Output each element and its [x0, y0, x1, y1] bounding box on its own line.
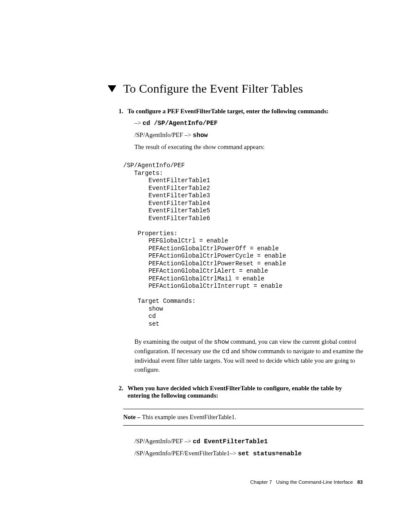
step-title: To configure a PEF EventFilterTable targ…: [128, 108, 329, 115]
inline-code: show: [214, 339, 229, 345]
command-line-4: /SP/AgentInfo/PEF/EventFilterTable1–> se…: [134, 449, 364, 458]
result-intro-line: The result of executing the show command…: [134, 143, 364, 152]
page-footer: Chapter 7 Using the Command-Line Interfa…: [250, 479, 363, 485]
section-heading-row: To Configure the Event Filter Tables: [108, 82, 364, 96]
step-title: When you have decided which EventFilterT…: [128, 385, 364, 399]
footer-title: Using the Command-Line Interface: [276, 479, 353, 485]
note-text: This example uses EventFilterTable1.: [142, 414, 237, 420]
command-text: cd EventFilterTable1: [193, 438, 268, 445]
inline-code: cd: [222, 348, 229, 355]
command-text: set status=enable: [238, 450, 302, 457]
footer-chapter: Chapter 7: [250, 479, 272, 485]
section-title: To Configure the Event Filter Tables: [123, 82, 303, 96]
step-number: 1.: [117, 108, 123, 115]
prompt-text: –>: [134, 119, 143, 126]
step-1: 1. To configure a PEF EventFilterTable t…: [117, 108, 364, 152]
footer-page-number: 83: [357, 479, 363, 485]
step-number: 2.: [117, 385, 123, 399]
command-output-block: /SP/AgentInfo/PEF Targets: EventFilterTa…: [123, 162, 364, 328]
step-2-header: 2. When you have decided which EventFilt…: [117, 385, 364, 399]
note-label: Note –: [123, 414, 142, 420]
inline-code: show: [242, 348, 257, 355]
explanation-paragraph: By examining the output of the show comm…: [134, 337, 364, 374]
post-note-commands: /SP/AgentInfo/PEF –> cd EventFilterTable…: [134, 437, 364, 458]
step-1-header: 1. To configure a PEF EventFilterTable t…: [117, 108, 364, 115]
text-fragment: and: [229, 348, 241, 355]
prompt-text: /SP/AgentInfo/PEF –>: [134, 131, 193, 138]
prompt-text: /SP/AgentInfo/PEF –>: [134, 438, 193, 445]
note-box: Note – This example uses EventFilterTabl…: [123, 409, 364, 426]
down-triangle-icon: [108, 85, 116, 92]
command-line-1: –> cd /SP/AgentInfo/PEF: [134, 118, 364, 128]
ordered-steps: 1. To configure a PEF EventFilterTable t…: [117, 108, 364, 458]
prompt-text: /SP/AgentInfo/PEF/EventFilterTable1–>: [134, 450, 238, 457]
command-line-2: /SP/AgentInfo/PEF –> show: [134, 131, 364, 140]
step-2: 2. When you have decided which EventFilt…: [117, 385, 364, 399]
command-text: cd /SP/AgentInfo/PEF: [143, 120, 218, 127]
step-1-body: –> cd /SP/AgentInfo/PEF /SP/AgentInfo/PE…: [134, 118, 364, 152]
command-line-3: /SP/AgentInfo/PEF –> cd EventFilterTable…: [134, 437, 364, 446]
page-content: To Configure the Event Filter Tables 1. …: [108, 82, 364, 461]
command-text: show: [193, 132, 208, 139]
text-fragment: By examining the output of the: [134, 338, 214, 345]
